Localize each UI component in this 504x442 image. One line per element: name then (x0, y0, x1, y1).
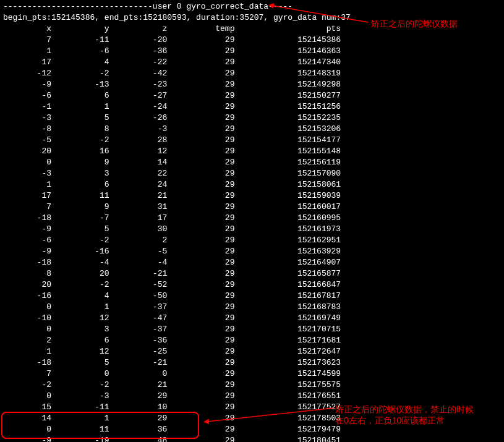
table-row: 1 12 -25 29 152172647 (3, 346, 501, 357)
duration-label: duration (196, 13, 234, 22)
table-row: -18 -7 17 29 152160995 (3, 213, 501, 224)
table-row: 0 9 14 29 152156119 (3, 157, 501, 168)
begin-pts-value: 152145386 (51, 13, 95, 22)
table-row: 1 -6 -36 29 152146363 (3, 46, 501, 57)
table-row: 7 0 0 29 152174599 (3, 368, 501, 380)
gyro-num-label: gyro_data num (273, 13, 336, 22)
table-row: -18 -4 -4 29 152164907 (3, 257, 501, 268)
table-row: -9 -19 48 29 152180451 (3, 435, 501, 442)
data-table: 7 -11 -20 29 152145386 1 -6 -36 29 15214… (3, 35, 501, 442)
gyro-num-value: 37 (341, 13, 351, 22)
table-row: 2 6 -36 29 152171681 (3, 335, 501, 346)
table-row: 20 -2 -52 29 152166847 (3, 279, 501, 291)
table-row: -9 5 30 29 152161973 (3, 224, 501, 235)
table-row: -3 3 22 29 152157090 (3, 168, 501, 179)
table-row: -9 -16 -5 29 152163929 (3, 246, 501, 257)
table-row: -5 -2 28 29 152154177 (3, 135, 501, 146)
table-row: 17 11 21 29 152159039 (3, 190, 501, 202)
table-row: 20 16 12 29 152155148 (3, 146, 501, 157)
table-row: 0 1 -37 29 152168783 (3, 302, 501, 313)
table-row: -3 5 -26 29 152152235 (3, 113, 501, 124)
table-row: 1 6 24 29 152158061 (3, 179, 501, 190)
table-row: -18 5 -21 29 152173623 (3, 357, 501, 368)
table-row: 17 4 -22 29 152147340 (3, 57, 501, 68)
table-row: 8 20 -21 29 152165877 (3, 268, 501, 279)
end-pts-label: end_pts (105, 13, 139, 22)
section-header: -------------------------------user 0 gy… (3, 1, 501, 12)
table-row: -12 -2 -42 29 152148319 (3, 68, 501, 79)
table-row: -6 6 -27 29 152150277 (3, 90, 501, 101)
annotation-top: 矫正之后的陀螺仪数据 (371, 19, 458, 30)
duration-value: 35207 (239, 13, 263, 22)
table-row: -1 1 -24 29 152151256 (3, 101, 501, 113)
table-row: 7 9 31 29 152160017 (3, 202, 501, 213)
table-row: -9 -13 -23 29 152149298 (3, 79, 501, 90)
table-row: -6 -2 2 29 152162951 (3, 235, 501, 246)
table-row: 7 -11 -20 29 152145386 (3, 35, 501, 46)
table-row: -10 12 -47 29 152169749 (3, 313, 501, 324)
begin-pts-label: begin_pts (3, 13, 46, 22)
table-row: 0 -3 29 29 152176551 (3, 391, 501, 402)
table-row: -8 8 -3 29 152153206 (3, 124, 501, 135)
end-pts-value: 152180593 (143, 13, 186, 22)
table-row: 0 3 -37 29 152170715 (3, 324, 501, 335)
table-row: -2 -2 21 29 152175575 (3, 380, 501, 391)
table-row: -16 4 -50 29 152167817 (3, 291, 501, 302)
terminal-output: -------------------------------user 0 gy… (0, 0, 504, 442)
annotation-bottom: 矫正之后的陀螺仪数据，禁止的时候 在0左右，正负10应该都正常 (335, 404, 474, 426)
